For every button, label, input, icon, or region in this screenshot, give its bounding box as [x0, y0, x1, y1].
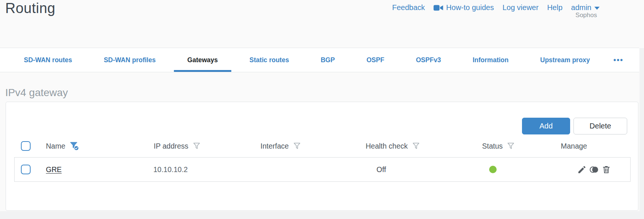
routing-page: Routing Feedback How-to guides Log viewe…	[0, 0, 644, 219]
bottom-page-gutter	[0, 211, 644, 219]
table-row: GRE 10.10.10.2 Off	[14, 157, 631, 182]
section-title: IPv4 gateway	[5, 87, 68, 99]
gateway-health-check-cell: Off	[376, 158, 386, 181]
status-filter-icon[interactable]	[507, 142, 515, 150]
table-header-row: Name IP address Interface Health check	[6, 139, 638, 153]
tab-upstream-proxy[interactable]: Upstream proxy	[525, 48, 605, 72]
tab-ospfv3[interactable]: OSPFv3	[401, 48, 456, 72]
edit-icon[interactable]	[577, 165, 587, 174]
ipv4-gateway-panel: Add Delete Name IP address Interface	[6, 102, 638, 211]
tab-static-routes[interactable]: Static routes	[235, 48, 304, 72]
tab-sdwan-profiles[interactable]: SD-WAN profiles	[89, 48, 171, 72]
howto-guides-link[interactable]: How-to guides	[434, 3, 494, 12]
column-header-manage: Manage	[561, 139, 587, 153]
select-all-checkbox[interactable]	[21, 141, 31, 151]
column-header-interface: Interface	[260, 139, 301, 153]
tab-ospf[interactable]: OSPF	[351, 48, 399, 72]
tab-more-ellipsis[interactable]: •••	[607, 48, 630, 72]
log-viewer-link[interactable]: Log viewer	[503, 3, 539, 12]
chevron-down-icon	[594, 7, 600, 10]
admin-menu[interactable]: admin	[571, 3, 600, 12]
tab-sdwan-routes[interactable]: SD-WAN routes	[9, 48, 87, 72]
column-header-ip-address: IP address	[154, 139, 201, 153]
tab-gateways[interactable]: Gateways	[172, 48, 233, 72]
column-header-status: Status	[482, 139, 515, 153]
tab-bgp[interactable]: BGP	[306, 48, 350, 72]
row-checkbox[interactable]	[21, 165, 31, 174]
tab-information[interactable]: Information	[458, 48, 523, 72]
gateway-manage-cell	[577, 158, 611, 181]
gateway-status-cell	[489, 158, 497, 181]
add-button[interactable]: Add	[522, 118, 570, 134]
name-filter-active-icon[interactable]	[69, 141, 79, 151]
gateway-ip-cell: 10.10.10.2	[153, 158, 188, 181]
ip-filter-icon[interactable]	[193, 142, 201, 150]
interface-filter-icon[interactable]	[293, 142, 301, 150]
gateway-name-link[interactable]: GRE	[46, 165, 62, 174]
delete-button[interactable]: Delete	[573, 118, 627, 134]
help-link[interactable]: Help	[547, 3, 562, 12]
video-camera-icon	[434, 4, 443, 11]
table-toolbar: Add Delete	[522, 118, 627, 134]
health-check-filter-icon[interactable]	[412, 142, 420, 150]
appliance-brand-label: Sophos	[575, 12, 597, 19]
routing-tabbar: SD-WAN routes SD-WAN profiles Gateways S…	[0, 48, 639, 72]
page-title: Routing	[5, 0, 55, 16]
status-up-indicator	[489, 166, 497, 173]
gateway-name-cell: GRE	[46, 158, 62, 181]
clone-icon[interactable]	[589, 165, 599, 174]
row-select-cell	[21, 158, 31, 181]
column-header-health-check: Health check	[366, 139, 420, 153]
header-links: Feedback How-to guides Log viewer Help a…	[392, 3, 600, 12]
right-page-gutter	[640, 48, 644, 219]
header-select-cell	[21, 139, 31, 153]
column-header-name: Name	[46, 139, 79, 153]
feedback-link[interactable]: Feedback	[392, 3, 425, 12]
delete-trash-icon[interactable]	[602, 165, 611, 174]
